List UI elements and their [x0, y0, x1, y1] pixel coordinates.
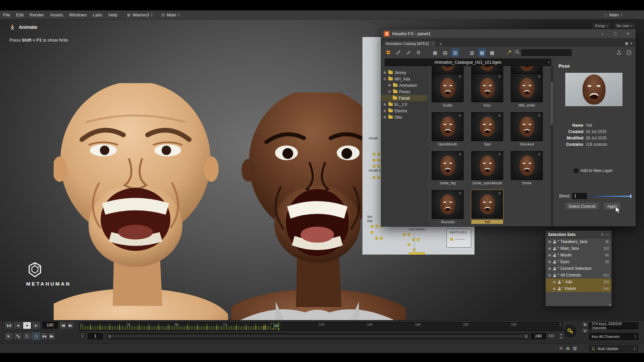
shelf-selector[interactable]: ▤ Main ▴▾ — [159, 12, 182, 18]
node-dot[interactable] — [380, 237, 383, 240]
wand-icon[interactable] — [505, 49, 513, 57]
view-grid-icon[interactable]: ▦ — [478, 49, 486, 57]
menu-render[interactable]: Render — [26, 10, 47, 19]
favorite-star-icon[interactable]: ☆ — [498, 74, 501, 79]
stepper-arrows-icon[interactable]: ▴▾ — [634, 347, 635, 351]
pose-item[interactable]: ☆ Sad — [471, 112, 503, 146]
step-mode-button[interactable] — [14, 333, 22, 340]
range-handle-left[interactable] — [108, 335, 111, 338]
node-dot[interactable] — [408, 243, 410, 246]
desktop-selector-right[interactable]: ▢ Main ▴▾ — [601, 12, 624, 18]
collapse-icon[interactable]: ⊖ — [547, 273, 552, 278]
expand-icon[interactable]: ⊕ — [552, 280, 556, 284]
node-dot[interactable] — [403, 233, 406, 236]
selected-node-bar[interactable] — [409, 252, 425, 255]
collapse-icon[interactable]: ⊖ — [387, 89, 391, 94]
node-dot[interactable] — [373, 159, 375, 162]
add-to-new-layer-checkbox[interactable] — [574, 169, 578, 173]
pin-icon[interactable] — [600, 233, 604, 237]
stepper-arrows-icon[interactable]: ▴▾ — [151, 13, 153, 17]
tab-animation-catalog[interactable]: Animation Catalog [APEX] × — [383, 40, 436, 47]
selection-set-row[interactable]: ⊕ * Current Selection — [546, 265, 611, 272]
node-dot[interactable] — [377, 153, 380, 156]
current-frame-field[interactable]: 100 — [42, 322, 58, 328]
pane-split-icon[interactable]: ▣ — [625, 41, 628, 46]
pose-item[interactable]: ☆ Stunned — [432, 190, 464, 224]
pose-item[interactable]: ☆ Smirk — [511, 151, 543, 185]
expand-icon[interactable]: ⊕ — [383, 115, 387, 119]
selection-set-row[interactable]: ⊕ * Main_face 119 — [546, 245, 611, 252]
expand-icon[interactable]: ⊕ — [552, 287, 556, 291]
next-frame-button[interactable]: ▮▶ — [67, 322, 74, 329]
pose-item[interactable]: ☆ Shocked — [511, 112, 543, 146]
pose-item[interactable]: ☆ OpenMouth — [432, 112, 464, 146]
auto-key-button[interactable] — [564, 325, 576, 337]
panel-titlebar[interactable]: Houdini FX - panel1 – □ × — [381, 29, 636, 39]
node-dot[interactable] — [408, 233, 410, 236]
range-spinner[interactable]: ▲▼ — [559, 333, 564, 339]
favorite-star-icon[interactable]: ☆ — [498, 113, 501, 118]
favorite-star-icon[interactable]: ☆ — [537, 152, 541, 157]
playback-range-slider[interactable] — [107, 334, 529, 339]
menu-windows[interactable]: Windows — [66, 10, 90, 19]
node-dot[interactable] — [375, 225, 378, 228]
tree-item-mh-ada[interactable]: ⊖ MH_Ada — [381, 76, 427, 82]
previous-key-button[interactable]: ▮◀ — [41, 333, 48, 340]
next-key-button[interactable]: ▮▶ — [48, 333, 55, 340]
node-dot[interactable] — [450, 238, 453, 241]
favorite-star-icon[interactable]: ☆ — [537, 74, 541, 79]
node-dot[interactable] — [417, 238, 420, 241]
view-thumbnails-icon[interactable]: ▦ — [431, 49, 439, 57]
loop-mode-button[interactable] — [23, 333, 31, 340]
gear-icon[interactable] — [414, 49, 422, 57]
tree-item-facial[interactable]: Facial — [381, 95, 427, 101]
view-list-icon[interactable]: ▥ — [468, 49, 476, 57]
expand-icon[interactable]: ⊕ — [547, 266, 552, 271]
dopesheet-toggle-icon[interactable]: ▦ — [582, 322, 588, 327]
resize-grip-icon[interactable]: ◢ — [608, 302, 611, 306]
favorite-star-icon[interactable]: ☆ — [498, 152, 501, 157]
timeline-ruler[interactable]: 1 24 48 72 96 120 144 168 192 216 2 100 — [79, 322, 562, 331]
blend-value-field[interactable]: 1 — [572, 193, 587, 199]
realtime-clock-button[interactable] — [32, 333, 40, 340]
node-dot[interactable] — [373, 153, 375, 156]
pose-item[interactable]: ☆ Mid_smile — [511, 73, 543, 107]
node-dot[interactable] — [373, 176, 375, 179]
key-all-channels-selector[interactable]: Key All Channels ▴▾ — [589, 333, 638, 340]
collapse-panel-icon[interactable]: — — [606, 233, 609, 236]
pose-item[interactable]: ☆ Kiss — [471, 73, 503, 107]
menu-file[interactable]: File — [0, 10, 13, 19]
cook-indicator-icon[interactable]: ◉ — [566, 346, 570, 351]
range-handle-right[interactable] — [525, 335, 528, 338]
node-dot[interactable] — [375, 237, 378, 240]
expand-icon[interactable]: ⊕ — [387, 83, 391, 87]
expand-icon[interactable]: ⊕ — [547, 260, 552, 264]
selection-set-row-kelvin[interactable]: ⊕ * Kelvin 244 — [546, 285, 611, 292]
node-dot[interactable] — [373, 165, 375, 168]
view-large-grid-icon[interactable]: ▩ — [488, 49, 496, 57]
select-controls-button[interactable]: Select Controls — [565, 203, 600, 210]
pose-item[interactable]: ☆ Guilty — [432, 73, 464, 107]
help-icon[interactable]: ? — [625, 49, 633, 57]
export-icon[interactable] — [615, 49, 623, 57]
camera-selector[interactable]: Persp ▾ — [592, 23, 611, 29]
tree-item-el20[interactable]: ⊕ EL_2.0 — [381, 101, 427, 108]
no-cam-selector[interactable]: No cam ▾ — [613, 23, 635, 29]
selection-set-row[interactable]: ⊕ * Mouth 90 — [546, 252, 611, 258]
switches-node[interactable]: SWITCHES — [446, 229, 471, 248]
view-tree-icon[interactable]: ▤ — [441, 49, 449, 57]
favorite-star-icon[interactable]: ☆ — [498, 191, 501, 195]
go-to-start-button[interactable]: ▮◀ — [5, 322, 13, 329]
interrupt-icon[interactable]: ⊗ — [559, 346, 563, 351]
tree-item-animation[interactable]: ⊕ Animation — [381, 82, 427, 88]
expand-icon[interactable]: ⊕ — [383, 70, 387, 75]
tree-item-jimmy[interactable]: ⊕ Jimmy — [381, 69, 427, 76]
play-reverse-button[interactable]: ◀ — [14, 322, 22, 329]
expand-icon[interactable]: ⊕ — [547, 240, 552, 244]
expand-icon[interactable]: ⊕ — [547, 246, 552, 251]
new-tab-button[interactable]: + — [436, 41, 444, 47]
menu-edit[interactable]: Edit — [13, 10, 26, 19]
desktop-selector[interactable]: ▦ Warren3 ▴▾ — [125, 12, 155, 18]
brush-icon[interactable] — [404, 49, 412, 57]
catalog-file-selector[interactable]: Animation_Catalogue_H21_v21.bgeo ▾ — [385, 59, 551, 66]
